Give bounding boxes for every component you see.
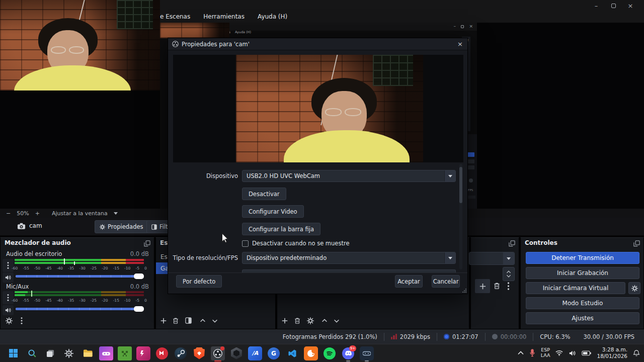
settings-app-icon[interactable] <box>62 346 76 360</box>
volume-slider-handle[interactable] <box>134 306 144 312</box>
meter-scale: -60-55-50-45-40-35-30-25-20-15-10-50 <box>12 298 147 303</box>
controls-dock-title: Controles <box>525 239 557 246</box>
zoom-in-button[interactable]: + <box>35 210 40 217</box>
volume-slider[interactable] <box>16 308 144 310</box>
settings-button[interactable]: Ajustes <box>526 312 639 324</box>
move-scene-down-icon[interactable] <box>211 317 218 324</box>
deactivate-button[interactable]: Desactivar <box>242 188 286 200</box>
close-button[interactable]: × <box>624 1 637 10</box>
configure-crossbar-button[interactable]: Configurar la barra fija <box>242 223 320 235</box>
language-indicator[interactable]: ESP LAA <box>541 347 550 358</box>
running-indicator <box>365 360 369 361</box>
chevron-down-icon <box>507 257 511 260</box>
slash-a-app-icon[interactable]: /A <box>248 346 262 360</box>
g-app-icon[interactable]: G <box>267 346 281 360</box>
properties-button[interactable]: Propiedades <box>95 220 148 233</box>
dialog-scrollbar-thumb[interactable] <box>459 167 462 203</box>
selected-source-name: cam <box>29 222 42 229</box>
battery-icon[interactable] <box>582 350 591 356</box>
crunchyroll-icon[interactable] <box>304 346 318 360</box>
volume-slider[interactable] <box>16 275 144 278</box>
minecraft-icon[interactable] <box>118 346 132 360</box>
mini-menu-item: Ayuda (H) <box>235 30 251 34</box>
popout-dock-icon[interactable] <box>509 240 515 247</box>
restore-button[interactable] <box>607 1 620 10</box>
zoom-fit-label[interactable]: Ajustar a la ventana <box>52 210 108 217</box>
obs-taskbar-icon[interactable] <box>211 346 225 360</box>
discord-icon[interactable]: 9+ <box>341 346 355 360</box>
transition-menu-icon[interactable] <box>507 282 510 290</box>
remove-transition-icon[interactable] <box>493 282 501 290</box>
add-scene-icon[interactable] <box>160 317 167 324</box>
clock[interactable]: 3:28 a.m. 18/01/2026 <box>597 346 627 359</box>
start-button[interactable] <box>6 346 20 360</box>
file-explorer-icon[interactable] <box>80 346 95 360</box>
deactivate-when-hidden-label: Desactivar cuando no se muestre <box>252 240 350 247</box>
start-virtual-camera-button[interactable]: Iniciar Cámara Virtual <box>526 282 625 294</box>
filters-icon <box>151 224 157 230</box>
move-scene-up-icon[interactable] <box>199 317 206 324</box>
audio-mixer-title: Mezclador de audio <box>5 239 71 246</box>
tray-expand-chevron-icon[interactable] <box>518 351 524 355</box>
popout-dock-icon[interactable] <box>144 240 150 247</box>
device-select[interactable]: USB2.0 HD UVC WebCam <box>242 170 456 182</box>
studio-mode-button[interactable]: Modo Estudio <box>526 297 639 309</box>
brave-icon[interactable] <box>192 346 206 360</box>
add-source-icon[interactable] <box>281 317 288 324</box>
dialog-scrollbar[interactable] <box>459 164 462 269</box>
cancel-button[interactable]: Cancelar <box>432 275 460 288</box>
add-transition-button[interactable] <box>475 279 490 293</box>
fps-counter: 30.00 / 30.00 FPS <box>583 333 634 340</box>
menu-item-escenas[interactable]: e Escenas <box>160 13 190 20</box>
ok-button[interactable]: Aceptar <box>395 275 423 288</box>
volume-icon[interactable] <box>569 350 576 356</box>
stop-streaming-button[interactable]: Detener Transmisión <box>526 252 639 264</box>
menu-item-herramientas[interactable]: Herramientas <box>203 13 245 20</box>
dialog-close-button[interactable]: × <box>457 40 463 48</box>
notification-bell-icon[interactable] <box>633 349 640 357</box>
zoom-out-button[interactable]: − <box>6 210 11 217</box>
mute-button[interactable] <box>3 273 14 283</box>
menubar: e Escenas Herramientas Ayuda (H) <box>160 11 287 23</box>
transition-select[interactable] <box>469 252 515 265</box>
defaults-button[interactable]: Por defecto <box>176 275 222 288</box>
vscode-icon[interactable] <box>285 346 299 360</box>
mixer-menu-icon[interactable] <box>21 317 23 324</box>
minimize-button[interactable]: – <box>590 1 603 10</box>
spotify-icon[interactable] <box>323 346 337 360</box>
configure-video-button[interactable]: Configurar Video <box>242 205 304 218</box>
popout-dock-icon[interactable] <box>633 240 640 247</box>
microphone-in-use-icon[interactable] <box>529 349 535 357</box>
red-app-icon[interactable] <box>155 346 169 360</box>
device-select-value: USB2.0 HD UVC WebCam <box>247 172 320 179</box>
menu-item-ayuda[interactable]: Ayuda (H) <box>258 13 287 20</box>
remove-source-icon[interactable] <box>294 317 301 324</box>
remove-scene-icon[interactable] <box>172 317 179 324</box>
dialog-title: Propiedades para 'cam' <box>182 41 250 48</box>
search-icon[interactable] <box>25 346 39 360</box>
task-view-icon[interactable] <box>43 346 57 360</box>
mini-webcam-capture <box>160 23 229 38</box>
game-launcher-icon[interactable] <box>99 346 113 360</box>
move-source-up-icon[interactable] <box>321 317 328 324</box>
virtual-camera-settings-button[interactable] <box>628 282 640 294</box>
xbox-gamebar-icon[interactable] <box>360 346 374 360</box>
forza-icon[interactable] <box>136 346 150 360</box>
resolution-fps-select[interactable]: Dispositivo predeterminado <box>242 252 456 264</box>
deactivate-when-hidden-checkbox[interactable] <box>242 240 249 247</box>
scene-filters-icon[interactable] <box>185 317 192 324</box>
mixer-settings-icon[interactable] <box>6 317 13 324</box>
start-recording-button[interactable]: Iniciar Grabación <box>526 267 639 279</box>
wifi-icon[interactable] <box>555 350 563 356</box>
steam-icon[interactable] <box>174 346 188 360</box>
dropped-frames: Fotogramas Perdidos 292 (1.0%) <box>283 333 377 340</box>
source-properties-icon[interactable] <box>307 317 314 324</box>
resize-grip-icon[interactable] <box>462 289 466 293</box>
move-source-down-icon[interactable] <box>333 317 340 324</box>
transition-duration-spinner[interactable] <box>503 267 515 281</box>
volume-slider-handle[interactable] <box>134 274 144 279</box>
mute-button[interactable] <box>3 305 14 315</box>
hexagon-app-icon[interactable] <box>229 346 244 360</box>
tray-date: 18/01/2026 <box>597 353 627 359</box>
zoom-fit-dropdown-icon[interactable] <box>114 212 118 215</box>
